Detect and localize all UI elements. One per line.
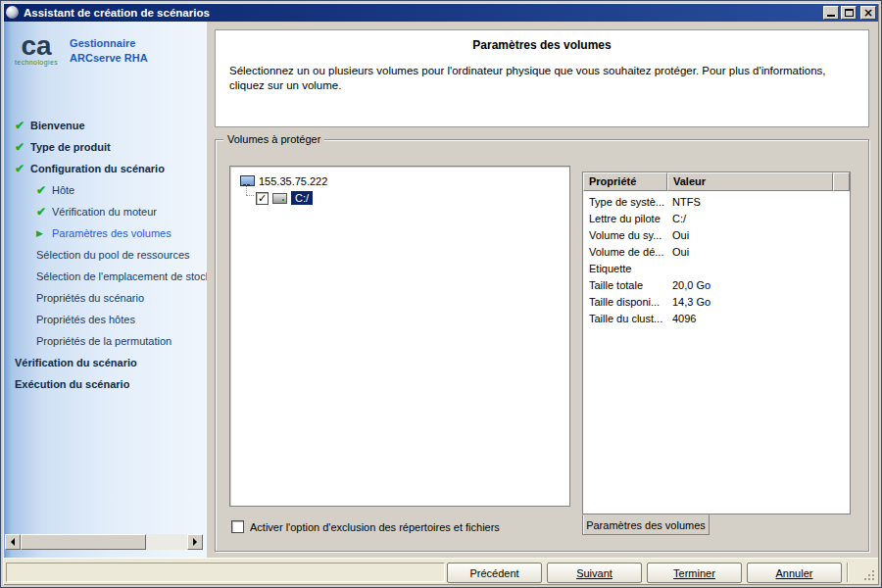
wizard-step[interactable]: Sélection du pool de ressources <box>3 244 207 266</box>
volume-properties-grid: Propriété Valeur Type de systè...NTFSLet… <box>582 172 851 514</box>
wizard-step[interactable]: ✔Vérification du moteur <box>3 201 207 222</box>
close-button[interactable]: × <box>860 6 876 20</box>
wizard-step-label: Vérification du scénario <box>15 357 137 368</box>
step-header: Paramètres des volumes Sélectionnez un o… <box>215 29 869 127</box>
volumes-tree[interactable]: 155.35.75.222 ✓ C:/ <box>229 166 570 507</box>
close-icon: × <box>861 7 875 19</box>
wizard-step-label: Bienvenue <box>30 120 85 131</box>
checkmark-icon: ✓ <box>258 192 267 205</box>
maximize-button[interactable] <box>841 6 857 20</box>
scrollbar-thumb[interactable] <box>21 534 146 550</box>
brand-area: ca technologies Gestionnaire ARCserve RH… <box>15 33 148 66</box>
property-name: Volume de dé... <box>583 246 667 258</box>
value-column-header[interactable]: Valeur <box>667 172 833 191</box>
disk-icon <box>272 193 287 204</box>
property-column-header[interactable]: Propriété <box>583 172 667 191</box>
wizard-step[interactable]: Exécution du scénario <box>3 373 207 395</box>
check-icon: ✔ <box>36 205 52 219</box>
arrow-right-icon <box>193 538 201 546</box>
step-description: Sélectionnez un ou plusieurs volumes pou… <box>229 64 855 93</box>
check-icon: ✔ <box>15 140 30 154</box>
wizard-step-label: Sélection de l'emplacement de stocka <box>36 270 207 282</box>
wizard-step-label: Configuration du scénario <box>30 163 165 174</box>
ca-logo-subtext: technologies <box>15 59 58 66</box>
wizard-step[interactable]: Sélection de l'emplacement de stocka <box>3 266 207 287</box>
product-name: Gestionnaire ARCserve RHA <box>70 33 147 66</box>
property-value: C:/ <box>667 213 850 224</box>
window-title: Assistant de création de scénarios <box>24 7 823 19</box>
tree-host-row[interactable]: 155.35.75.222 <box>230 167 569 187</box>
finish-button[interactable]: Terminer <box>647 563 742 583</box>
wizard-step[interactable]: Propriétés de la permutation <box>3 330 207 352</box>
wizard-step[interactable]: Vérification du scénario <box>3 352 207 373</box>
property-row[interactable]: Etiquette <box>583 260 850 276</box>
property-name: Taille totale <box>583 279 667 291</box>
volume-properties-tab[interactable]: Paramètres des volumes <box>582 514 710 535</box>
scroll-left-button[interactable] <box>5 534 21 550</box>
footer-buttons: PrécédentSuivantTerminerAnnuler <box>447 563 842 583</box>
wizard-step[interactable]: ✔Type de produit <box>3 136 207 158</box>
property-row[interactable]: Lettre du piloteC:/ <box>583 210 850 226</box>
current-step-arrow-icon: ▶ <box>36 228 52 238</box>
wizard-step-label: Vérification du moteur <box>52 206 157 218</box>
previous-button[interactable]: Précédent <box>447 563 542 583</box>
sidebar-horizontal-scrollbar[interactable] <box>5 534 203 550</box>
property-value: NTFS <box>667 196 850 208</box>
wizard-step-label: Paramètres des volumes <box>52 227 172 239</box>
volume-checkbox[interactable]: ✓ <box>256 192 269 205</box>
app-icon <box>6 6 19 19</box>
wizard-step[interactable]: ✔Bienvenue <box>3 115 207 136</box>
property-name: Etiquette <box>583 263 667 274</box>
properties-header: Propriété Valeur <box>583 172 850 191</box>
footer-separator <box>847 563 849 582</box>
check-icon: ✔ <box>15 119 30 132</box>
cancel-button[interactable]: Annuler <box>747 563 842 583</box>
property-name: Taille disponi... <box>583 296 667 308</box>
wizard-step[interactable]: ▶Paramètres des volumes <box>3 222 207 244</box>
computer-icon <box>240 175 254 187</box>
property-row[interactable]: Taille disponi...14,3 Go <box>583 293 850 310</box>
property-row[interactable]: Volume de dé...Oui <box>583 243 850 260</box>
wizard-step-label: Propriétés des hôtes <box>36 314 135 325</box>
property-name: Volume du sy... <box>583 229 667 241</box>
check-icon: ✔ <box>36 183 52 197</box>
titlebar: Assistant de création de scénarios × <box>3 3 879 22</box>
wizard-step[interactable]: ✔Configuration du scénario <box>3 158 207 179</box>
tree-volume-label[interactable]: C:/ <box>291 191 313 205</box>
property-value: Oui <box>667 246 850 258</box>
property-value: Oui <box>667 229 850 241</box>
property-name: Type de systè... <box>583 196 667 208</box>
exclusion-checkbox[interactable] <box>231 520 244 533</box>
next-button[interactable]: Suivant <box>547 563 642 583</box>
check-icon: ✔ <box>15 162 30 175</box>
status-area <box>6 563 445 582</box>
step-title: Paramètres des volumes <box>229 38 855 52</box>
wizard-step-label: Propriétés du scénario <box>36 292 144 304</box>
wizard-step-label: Hôte <box>52 184 74 196</box>
property-value: 20,0 Go <box>667 279 850 291</box>
main-panel: Paramètres des volumes Sélectionnez un o… <box>207 22 879 558</box>
wizard-step[interactable]: ✔Hôte <box>3 179 207 201</box>
property-row[interactable]: Type de systè...NTFS <box>583 193 850 210</box>
tree-volume-row[interactable]: ✓ C:/ <box>230 187 569 205</box>
property-name: Taille du clust... <box>583 313 667 324</box>
property-value: 14,3 Go <box>667 296 850 308</box>
property-row[interactable]: Taille totale20,0 Go <box>583 276 850 293</box>
product-line2: ARCserve RHA <box>70 51 147 66</box>
property-row[interactable]: Taille du clust...4096 <box>583 310 850 326</box>
wizard-step[interactable]: Propriétés des hôtes <box>3 309 207 330</box>
ca-logo: ca technologies <box>15 33 58 66</box>
resize-grip[interactable] <box>862 568 875 581</box>
maximize-icon <box>845 9 854 17</box>
wizard-step[interactable]: Propriétés du scénario <box>3 287 207 309</box>
volumes-groupbox: Volumes à protéger 155.35.75.222 ✓ C:/ P… <box>215 139 869 552</box>
sidebar: ca technologies Gestionnaire ARCserve RH… <box>3 22 207 558</box>
exclusion-option[interactable]: Activer l'option d'exclusion des réperto… <box>231 520 500 533</box>
property-row[interactable]: Volume du sy...Oui <box>583 226 850 243</box>
scrollbar-track[interactable] <box>21 534 187 550</box>
wizard-step-label: Sélection du pool de ressources <box>36 249 190 261</box>
header-filler <box>833 172 850 191</box>
scroll-right-button[interactable] <box>187 534 203 550</box>
ca-logo-text: ca <box>21 33 51 59</box>
minimize-button[interactable] <box>823 6 839 20</box>
